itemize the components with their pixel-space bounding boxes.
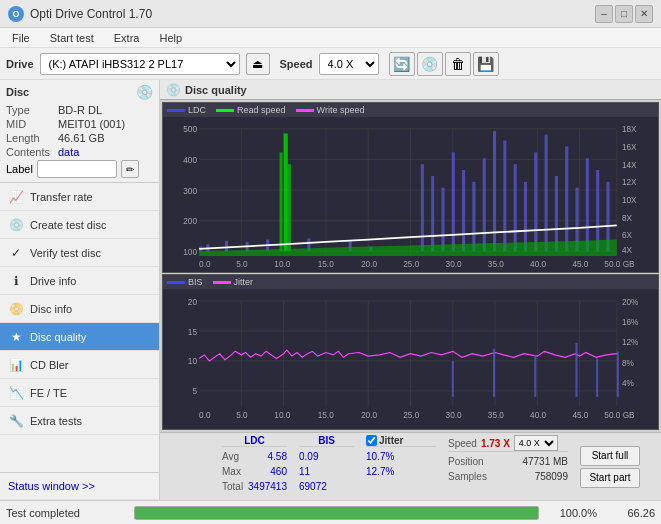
svg-text:100: 100 [183,246,197,257]
action-buttons: Start full Start part [580,435,640,498]
verify-test-disc-icon: ✓ [8,245,24,261]
svg-rect-108 [534,355,536,397]
bis-max-row: 11 [299,464,354,479]
svg-rect-111 [617,352,619,398]
save-button[interactable]: 💾 [473,52,499,76]
svg-text:16%: 16% [622,317,639,328]
sidebar-item-label: Create test disc [30,219,106,231]
disc-contents-row: Contents data [6,146,153,158]
speed-value: 1.73 X [481,438,510,449]
svg-rect-52 [462,170,465,251]
svg-text:5: 5 [192,386,197,397]
disc-label-text: Label [6,163,33,175]
sidebar-item-extra-tests[interactable]: 🔧 Extra tests [0,407,159,435]
disc-mid-row: MID MEIT01 (001) [6,118,153,130]
ldc-avg-label: Avg [222,451,239,462]
chart2-svg: 20 15 10 5 20% 16% 12% 8% 4% 0.0 5.0 10.… [163,289,658,427]
erase-button[interactable]: 🗑 [445,52,471,76]
sidebar-item-transfer-rate[interactable]: 📈 Transfer rate [0,183,159,211]
menu-help[interactable]: Help [151,31,190,45]
disc-icon: 💿 [136,84,153,100]
disc-type-value: BD-R DL [58,104,102,116]
status-window-button[interactable]: Status window >> [0,472,159,500]
svg-text:0.0: 0.0 [199,258,211,269]
minimize-button[interactable]: – [595,5,613,23]
start-full-button[interactable]: Start full [580,446,640,466]
bis-avg-row: 0.09 [299,449,354,464]
extra-tests-icon: 🔧 [8,413,24,429]
drive-select[interactable]: (K:) ATAPI iHBS312 2 PL17 [40,53,240,75]
svg-text:20: 20 [188,296,197,307]
svg-rect-48 [421,164,424,251]
ldc-max-value: 460 [270,466,287,477]
disc-label-edit-button[interactable]: ✏ [121,160,139,178]
position-value: 47731 MB [522,456,568,467]
bis-avg-value: 0.09 [299,451,318,462]
sidebar-item-create-test-disc[interactable]: 💿 Create test disc [0,211,159,239]
speed-unit-select[interactable]: 4.0 X [514,435,558,451]
disc-length-row: Length 46.61 GB [6,132,153,144]
svg-rect-58 [524,182,527,252]
svg-text:30.0: 30.0 [446,258,462,269]
svg-rect-51 [452,152,455,251]
maximize-button[interactable]: □ [615,5,633,23]
status-bar: Test completed 100.0% 66.26 [0,500,661,524]
svg-rect-69 [288,164,291,251]
sidebar-item-cd-bler[interactable]: 📊 CD Bler [0,351,159,379]
ldc-avg-row: Avg 4.58 [222,449,287,464]
toolbar-icons: 🔄 💿 🗑 💾 [389,52,499,76]
svg-text:500: 500 [183,124,197,135]
sidebar-item-drive-info[interactable]: ℹ Drive info [0,267,159,295]
disc-button[interactable]: 💿 [417,52,443,76]
svg-text:14X: 14X [622,159,637,170]
svg-rect-64 [586,158,589,251]
start-part-button[interactable]: Start part [580,468,640,488]
ldc-max-row: Max 460 [222,464,287,479]
create-test-disc-icon: 💿 [8,217,24,233]
close-button[interactable]: ✕ [635,5,653,23]
svg-text:35.0: 35.0 [488,258,504,269]
speed-label: Speed [280,58,313,70]
svg-rect-53 [472,182,475,252]
disc-type-label: Type [6,104,58,116]
svg-text:20.0: 20.0 [361,258,377,269]
ldc-max-label: Max [222,466,241,477]
sidebar-item-verify-test-disc[interactable]: ✓ Verify test disc [0,239,159,267]
title-bar: O Opti Drive Control 1.70 – □ ✕ [0,0,661,28]
status-text: Test completed [6,507,126,519]
jitter-avg-row: 10.7% [366,449,436,464]
samples-value: 758099 [535,471,568,482]
svg-text:8%: 8% [622,357,634,368]
sidebar: Disc 💿 Type BD-R DL MID MEIT01 (001) Len… [0,80,160,500]
speed-select[interactable]: 4.0 X [319,53,379,75]
disc-label-input[interactable] [37,160,117,178]
svg-text:8X: 8X [622,212,632,223]
disc-length-label: Length [6,132,58,144]
chart-ldc: LDC Read speed Write speed [162,102,659,273]
bis-max-value: 11 [299,466,310,477]
progress-fill [135,507,538,519]
disc-contents-value: data [58,146,79,158]
jitter-legend-color [213,281,231,284]
sidebar-item-disc-quality[interactable]: ★ Disc quality [0,323,159,351]
svg-rect-62 [565,146,568,251]
disc-label-row: Label ✏ [6,160,153,178]
svg-rect-60 [545,135,548,252]
menu-file[interactable]: File [4,31,38,45]
jitter-checkbox[interactable] [366,435,377,446]
eject-button[interactable]: ⏏ [246,53,270,75]
disc-quality-header: 💿 Disc quality [160,80,661,100]
jitter-legend-label: Jitter [234,277,254,287]
window-controls: – □ ✕ [595,5,653,23]
fe-te-icon: 📉 [8,385,24,401]
sidebar-item-disc-info[interactable]: 📀 Disc info [0,295,159,323]
refresh-button[interactable]: 🔄 [389,52,415,76]
menu-extra[interactable]: Extra [106,31,148,45]
app-title: Opti Drive Control 1.70 [30,7,152,21]
svg-text:15.0: 15.0 [318,410,334,421]
bis-header: BIS [299,435,354,447]
menu-start-test[interactable]: Start test [42,31,102,45]
sidebar-item-fe-te[interactable]: 📉 FE / TE [0,379,159,407]
svg-text:0.0: 0.0 [199,410,210,421]
svg-text:50.0 GB: 50.0 GB [604,410,634,421]
